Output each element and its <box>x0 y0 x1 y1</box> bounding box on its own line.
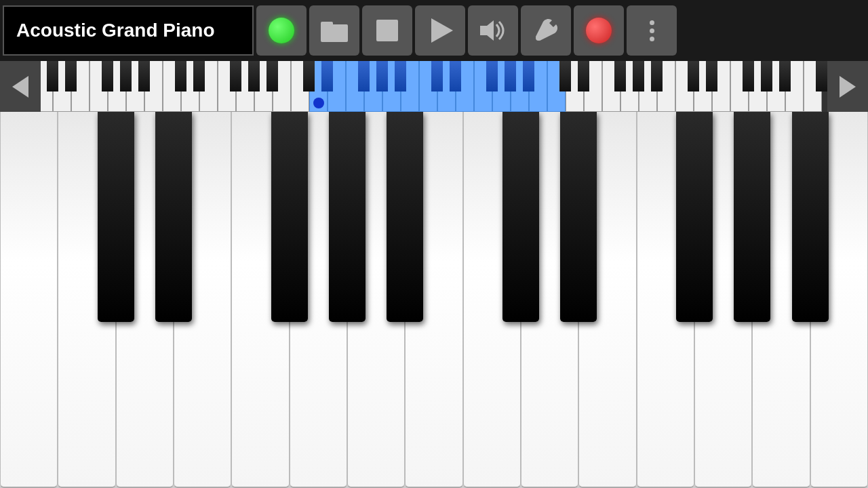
mini-black-key[interactable] <box>578 61 589 92</box>
more-dots-icon <box>650 20 654 41</box>
black-key[interactable] <box>98 112 134 322</box>
mini-black-key[interactable] <box>267 61 278 92</box>
mini-black-key[interactable] <box>559 61 571 92</box>
volume-icon <box>479 19 507 42</box>
black-key[interactable] <box>329 112 366 322</box>
svg-marker-2 <box>480 20 494 41</box>
toolbar: Acoustic Grand Piano <box>0 0 868 61</box>
mini-black-key[interactable] <box>486 61 498 92</box>
mini-keyboard <box>0 61 868 112</box>
mini-black-key[interactable] <box>743 61 754 92</box>
volume-button[interactable] <box>468 5 518 56</box>
mini-black-key[interactable] <box>688 61 699 92</box>
black-key[interactable] <box>560 112 597 322</box>
black-key[interactable] <box>155 112 192 322</box>
record-button[interactable] <box>574 5 624 56</box>
red-circle-icon <box>586 18 612 43</box>
scroll-left-button[interactable] <box>0 61 41 112</box>
stop-button[interactable] <box>362 5 412 56</box>
mini-black-key[interactable] <box>321 61 333 92</box>
svg-rect-1 <box>321 22 333 28</box>
mini-black-key[interactable] <box>193 61 205 92</box>
mini-black-key[interactable] <box>120 61 132 92</box>
black-key[interactable] <box>502 112 539 322</box>
mini-black-key[interactable] <box>614 61 626 92</box>
mini-black-key[interactable] <box>779 61 791 92</box>
mini-black-key[interactable] <box>65 61 77 92</box>
main-keyboard <box>0 112 868 488</box>
mini-black-key[interactable] <box>248 61 260 92</box>
mini-black-key[interactable] <box>303 61 315 92</box>
mini-black-key[interactable] <box>633 61 644 92</box>
play-button[interactable] <box>415 5 465 56</box>
mini-black-key[interactable] <box>523 61 534 92</box>
mini-black-key[interactable] <box>358 61 370 92</box>
scroll-right-button[interactable] <box>827 61 868 112</box>
right-arrow-icon <box>840 76 856 98</box>
mini-keys <box>41 61 822 112</box>
open-button[interactable] <box>309 5 359 56</box>
mini-black-key[interactable] <box>376 61 388 92</box>
folder-icon <box>321 19 348 42</box>
wrench-icon <box>533 18 559 43</box>
more-button[interactable] <box>627 5 677 56</box>
mini-black-key[interactable] <box>761 61 772 92</box>
svg-point-3 <box>536 35 541 41</box>
mini-black-key[interactable] <box>706 61 717 92</box>
position-indicator <box>313 98 324 108</box>
mini-black-key[interactable] <box>230 61 241 92</box>
mini-black-key[interactable] <box>431 61 443 92</box>
power-button[interactable] <box>256 5 307 56</box>
mini-keys-container <box>41 61 827 112</box>
green-circle-icon <box>269 18 294 43</box>
mini-black-key[interactable] <box>816 61 827 92</box>
black-key[interactable] <box>271 112 308 322</box>
left-arrow-icon <box>12 76 28 98</box>
mini-black-key[interactable] <box>505 61 516 92</box>
mini-black-key[interactable] <box>175 61 186 92</box>
white-key[interactable] <box>0 112 58 488</box>
stop-icon <box>376 20 398 41</box>
black-key[interactable] <box>734 112 770 322</box>
play-icon <box>431 18 453 43</box>
mini-black-key[interactable] <box>47 61 58 92</box>
piano-section <box>0 61 868 488</box>
mini-black-key[interactable] <box>138 61 150 92</box>
instrument-name-display: Acoustic Grand Piano <box>3 5 254 56</box>
settings-button[interactable] <box>521 5 571 56</box>
mini-black-key[interactable] <box>651 61 663 92</box>
mini-black-key[interactable] <box>102 61 113 92</box>
black-key[interactable] <box>387 112 423 322</box>
black-key[interactable] <box>792 112 829 322</box>
black-key[interactable] <box>676 112 713 322</box>
mini-black-key[interactable] <box>395 61 406 92</box>
mini-black-key[interactable] <box>450 61 461 92</box>
